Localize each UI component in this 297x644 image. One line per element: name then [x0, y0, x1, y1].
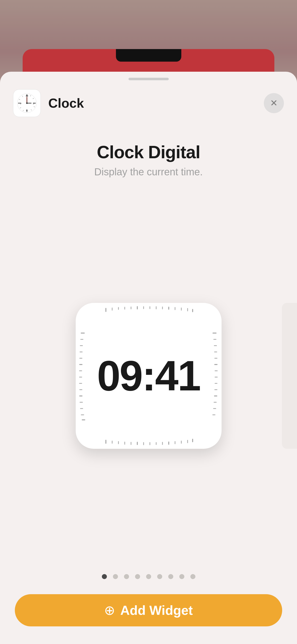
svg-point-17 — [26, 102, 28, 104]
add-widget-button[interactable]: ⊕ Add Widget — [15, 594, 282, 626]
peek-widget — [282, 303, 297, 449]
dot-8 — [179, 574, 184, 579]
app-icon: 12 3 6 9 — [13, 89, 41, 117]
sheet-handle — [129, 78, 169, 80]
app-name-label: Clock — [48, 96, 264, 111]
dot-7 — [168, 574, 173, 579]
page-dots — [102, 574, 195, 579]
widget-subtitle: Display the current time. — [94, 166, 203, 178]
svg-text:3: 3 — [33, 102, 34, 105]
clock-time-display: 09:41 — [97, 352, 200, 400]
notch — [116, 49, 181, 62]
svg-text:9: 9 — [20, 102, 21, 105]
svg-text:12: 12 — [26, 95, 28, 97]
clock-app-icon-svg: 12 3 6 9 — [16, 92, 38, 114]
widget-preview-area: 09:41 — [0, 178, 297, 574]
clock-widget: 09:41 — [76, 303, 222, 449]
sheet-header: 12 3 6 9 Clock ✕ — [0, 80, 297, 117]
dot-3 — [124, 574, 129, 579]
widget-sheet: 12 3 6 9 Clock ✕ Clock Digital Display t… — [0, 72, 297, 644]
dot-5 — [146, 574, 151, 579]
close-button[interactable]: ✕ — [264, 93, 284, 113]
add-widget-label: Add Widget — [120, 603, 193, 618]
dot-1 — [102, 574, 107, 579]
dot-9 — [190, 574, 195, 579]
plus-icon: ⊕ — [104, 603, 115, 618]
svg-text:6: 6 — [26, 109, 27, 111]
dot-4 — [135, 574, 140, 579]
dot-6 — [157, 574, 162, 579]
widget-title-area: Clock Digital Display the current time. — [94, 142, 203, 178]
close-icon: ✕ — [270, 99, 278, 108]
widget-title: Clock Digital — [94, 142, 203, 162]
dot-2 — [113, 574, 118, 579]
